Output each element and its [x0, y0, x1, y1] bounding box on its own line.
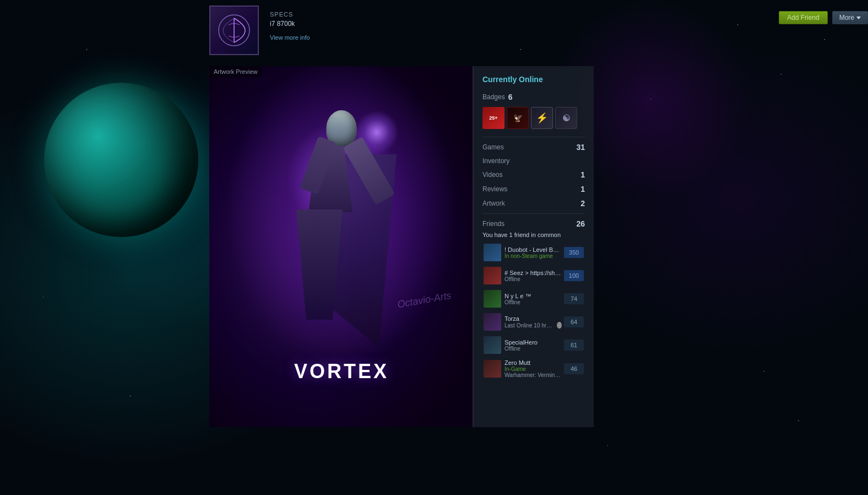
- specs-value: i7 8700k: [270, 20, 310, 28]
- inventory-label: Inventory: [482, 157, 509, 165]
- artwork-wrapper: Artwork Preview: [209, 66, 474, 427]
- artwork-divider: [473, 66, 474, 427]
- friend-info: # Seez > https://shoppy.gg/@SeezOffline: [504, 270, 562, 282]
- specs-label: SPECS: [270, 11, 310, 18]
- user-avatar: [209, 6, 259, 55]
- add-friend-button[interactable]: Add Friend: [779, 11, 828, 24]
- friend-status: In non-Steam game: [504, 253, 553, 259]
- bird-badge-icon: 🦅: [513, 114, 523, 122]
- friend-level-badge: 350: [564, 247, 584, 258]
- friend-game: Warhammer: Vermintide 2: [504, 372, 562, 378]
- friends-stat-row: Friends 26: [482, 219, 585, 228]
- top-buttons: Add Friend More: [779, 6, 868, 24]
- character-figure: [286, 99, 397, 375]
- friend-name: ! Duobot - Level Bot 32:1: [504, 246, 562, 253]
- artwork-preview-label: Artwork Preview: [209, 66, 262, 77]
- friend-info: N y L e ™Offline: [504, 293, 562, 305]
- friend-avatar: [484, 313, 501, 331]
- artwork-stat-row: Artwork 2: [482, 199, 585, 208]
- badges-label: Badges: [482, 93, 505, 101]
- friend-info: SpecialHeroOffline: [504, 339, 562, 352]
- lightning-badge-icon: ⚡: [536, 112, 548, 124]
- reviews-label: Reviews: [482, 185, 507, 193]
- view-more-link[interactable]: View more info: [270, 34, 310, 41]
- right-sidebar: Currently Online Badges 6 25+ 🦅 ⚡: [474, 66, 594, 427]
- inventory-stat-row: Inventory: [482, 157, 585, 165]
- friend-avatar: [484, 244, 501, 261]
- more-button[interactable]: More: [832, 11, 868, 24]
- friends-count: 26: [576, 219, 585, 228]
- reviews-count: 1: [581, 185, 585, 193]
- chevron-down-icon: [856, 17, 861, 19]
- badge-red-bird-item[interactable]: 🦅: [507, 107, 529, 129]
- top-section: SPECS i7 8700k View more info Add Friend…: [209, 0, 868, 66]
- friend-info: ! Duobot - Level Bot 32:1In non-Steam ga…: [504, 246, 562, 259]
- games-count: 31: [576, 143, 585, 152]
- friend-info: TorzaLast Online 10 hrs, 8 mins ...: [504, 315, 562, 329]
- friend-level-badge: 61: [564, 340, 584, 351]
- badges-count: 6: [508, 93, 513, 101]
- vortex-title: VORTEX: [294, 360, 389, 383]
- avatar-image: [209, 6, 259, 55]
- artwork-section: Artwork Preview: [209, 66, 474, 427]
- games-label: Games: [482, 143, 504, 151]
- badge-lightning-item[interactable]: ⚡: [531, 107, 553, 129]
- videos-count: 1: [581, 170, 585, 179]
- friend-list-item[interactable]: SpecialHeroOffline61: [482, 335, 585, 355]
- friend-name: # Seez > https://shoppy.gg/@Seez: [504, 270, 562, 276]
- friend-avatar: [484, 336, 501, 354]
- friend-level-badge: 100: [564, 270, 584, 281]
- badge-icons-row: 25+ 🦅 ⚡ ☯: [482, 107, 585, 129]
- friend-avatar: [484, 290, 501, 308]
- more-button-label: More: [839, 14, 854, 21]
- content-wrapper: SPECS i7 8700k View more info Add Friend…: [209, 0, 868, 495]
- planet-decoration: [44, 83, 198, 237]
- friend-name: Torza: [504, 315, 562, 322]
- friends-common-text: You have 1 friend in common: [482, 232, 585, 238]
- specs-section: SPECS i7 8700k View more info: [270, 6, 310, 42]
- friend-name: Zero Mutt: [504, 359, 562, 366]
- figure-body: [286, 99, 397, 375]
- friend-list-item[interactable]: N y L e ™Offline74: [482, 289, 585, 309]
- friends-label: Friends: [482, 220, 504, 228]
- badges-row: Badges 6: [482, 93, 585, 101]
- friends-list: ! Duobot - Level Bot 32:1In non-Steam ga…: [482, 243, 585, 379]
- friend-status: In-Game: [504, 366, 526, 372]
- friend-status: Offline: [504, 276, 520, 282]
- friend-list-item[interactable]: # Seez > https://shoppy.gg/@SeezOffline1…: [482, 266, 585, 286]
- friend-avatar: [484, 360, 501, 378]
- videos-stat-row: Videos 1: [482, 170, 585, 179]
- friend-list-item[interactable]: Zero MuttIn-GameWarhammer: Vermintide 24…: [482, 358, 585, 379]
- friend-avatar: [484, 267, 501, 284]
- friend-name: SpecialHero: [504, 339, 562, 346]
- badge-symbol-item[interactable]: ☯: [555, 107, 577, 129]
- artwork-label: Artwork: [482, 200, 505, 207]
- friend-status: Offline: [504, 346, 520, 352]
- friend-list-item[interactable]: ! Duobot - Level Bot 32:1In non-Steam ga…: [482, 243, 585, 262]
- friend-info: Zero MuttIn-GameWarhammer: Vermintide 2: [504, 359, 562, 378]
- games-stat-row: Games 31: [482, 143, 585, 152]
- friend-name: N y L e ™: [504, 293, 562, 299]
- friend-level-badge: 46: [564, 363, 584, 374]
- videos-label: Videos: [482, 171, 502, 179]
- divider-2: [482, 213, 585, 214]
- reviews-stat-row: Reviews 1: [482, 185, 585, 193]
- main-content: Artwork Preview: [209, 66, 868, 427]
- friend-level-badge: 64: [564, 316, 584, 327]
- badge-25-text: 25+: [489, 115, 497, 121]
- friend-status: Last Online 10 hrs, 8 mins ...: [504, 322, 554, 329]
- friend-level-badge: 74: [564, 293, 584, 304]
- divider-1: [482, 137, 585, 137]
- friend-indicator-icon: [557, 322, 562, 329]
- artwork-count: 2: [581, 199, 585, 208]
- badge-25-item[interactable]: 25+: [482, 107, 504, 129]
- friend-list-item[interactable]: TorzaLast Online 10 hrs, 8 mins ...64: [482, 312, 585, 332]
- symbol-badge-icon: ☯: [562, 113, 570, 123]
- online-status: Currently Online: [482, 75, 585, 84]
- destiny-logo-icon: [218, 14, 251, 47]
- friend-status: Offline: [504, 299, 520, 305]
